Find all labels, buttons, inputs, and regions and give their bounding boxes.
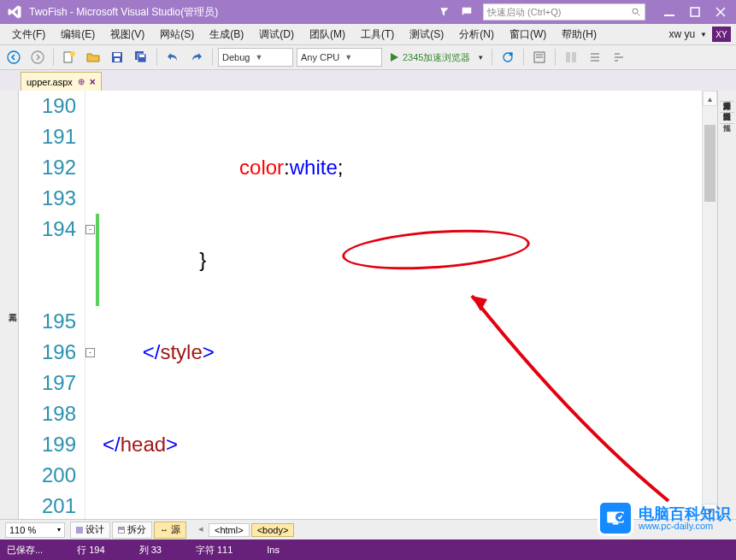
restore-button[interactable] — [683, 3, 707, 21]
menu-team[interactable]: 团队(M) — [303, 26, 352, 44]
window-title: TwoFish - Microsoft Visual Studio(管理员) — [29, 5, 218, 20]
svg-rect-3 — [691, 8, 699, 16]
minimize-button[interactable] — [657, 3, 681, 21]
platform-combo[interactable]: Any CPU▼ — [297, 48, 382, 67]
scroll-thumb[interactable] — [704, 125, 715, 202]
menu-build[interactable]: 生成(B) — [203, 26, 250, 44]
status-col: 列 33 — [139, 544, 162, 557]
menu-debug[interactable]: 调试(D) — [252, 26, 301, 44]
toolbar: Debug▼ Any CPU▼ 2345加速浏览器 ▾ — [0, 44, 736, 70]
tag-breadcrumb: ◂ <html> <body> — [195, 523, 294, 537]
breadcrumb-body[interactable]: <body> — [251, 523, 295, 537]
code-content[interactable]: color:white; } </style> </head> <body st… — [85, 91, 702, 519]
play-icon — [389, 52, 399, 62]
menu-file[interactable]: 文件(F) — [5, 26, 52, 44]
open-button[interactable] — [83, 47, 103, 68]
undo-button[interactable] — [162, 47, 183, 68]
tabstrip: upper.aspx ⊕ × — [0, 70, 736, 91]
scroll-up-button[interactable]: ▴ — [703, 91, 717, 106]
titlebar: TwoFish - Microsoft Visual Studio(管理员) 快… — [0, 0, 736, 24]
view-split-button[interactable]: 拆分 — [112, 522, 152, 539]
svg-line-1 — [638, 14, 640, 16]
menu-website[interactable]: 网站(S) — [153, 26, 201, 44]
svg-point-0 — [633, 9, 638, 14]
vertical-scrollbar[interactable]: ▴ ▾ — [702, 91, 717, 519]
tab-upper-aspx[interactable]: upper.aspx ⊕ × — [21, 72, 102, 91]
editor-bottom-bar: 110 %▾ 设计 拆分 ↔源 ◂ <html> <body> — [0, 519, 736, 539]
svg-rect-11 — [114, 53, 121, 56]
start-debug-button[interactable]: 2345加速浏览器 ▾ — [386, 48, 486, 67]
notifications-icon[interactable] — [433, 1, 456, 23]
menu-edit[interactable]: 编辑(E) — [54, 26, 102, 44]
view-button-1[interactable] — [561, 47, 581, 68]
solution-explorer-tab[interactable]: 解决方案资源管理器 — [720, 91, 734, 102]
nav-fwd-button[interactable] — [27, 47, 48, 68]
statusbar: 已保存... 行 194 列 33 字符 111 Ins — [0, 539, 736, 560]
svg-rect-15 — [139, 55, 144, 57]
doc-outline-button[interactable] — [529, 47, 550, 68]
menu-analyze[interactable]: 分析(N) — [452, 26, 501, 44]
svg-rect-2 — [664, 15, 674, 16]
nav-back-button[interactable] — [3, 47, 24, 68]
scroll-down-button[interactable]: ▾ — [703, 504, 717, 519]
tab-label: upper.aspx — [26, 77, 73, 87]
team-explorer-tab[interactable]: 团队资源管理器 — [720, 102, 734, 113]
menu-help[interactable]: 帮助(H) — [555, 26, 604, 44]
svg-rect-12 — [115, 58, 120, 62]
search-icon — [631, 7, 641, 17]
svg-rect-20 — [572, 52, 576, 62]
properties-tab[interactable]: 属性 — [720, 113, 734, 124]
redo-button[interactable] — [186, 47, 207, 68]
menu-view[interactable]: 视图(V) — [103, 26, 151, 44]
save-all-button[interactable] — [131, 47, 151, 68]
menubar: 文件(F) 编辑(E) 视图(V) 网站(S) 生成(B) 调试(D) 团队(M… — [0, 24, 736, 44]
zoom-combo[interactable]: 110 %▾ — [5, 522, 65, 538]
breadcrumb-html[interactable]: <html> — [209, 523, 250, 537]
config-combo[interactable]: Debug▼ — [218, 48, 293, 67]
svg-rect-19 — [566, 52, 570, 62]
pin-icon[interactable]: ⊕ — [78, 77, 85, 86]
svg-point-6 — [8, 51, 20, 63]
status-saved: 已保存... — [7, 544, 43, 557]
new-item-button[interactable] — [59, 47, 79, 68]
menu-tools[interactable]: 工具(T) — [354, 26, 401, 44]
view-button-3[interactable] — [609, 47, 629, 68]
line-gutter: 190 191 192 193 194 195 196 197 198 199 … — [19, 91, 85, 519]
status-char: 字符 111 — [196, 544, 233, 557]
close-button[interactable] — [709, 3, 733, 21]
menu-window[interactable]: 窗口(W) — [503, 26, 553, 44]
quick-launch-input[interactable]: 快速启动 (Ctrl+Q) — [483, 3, 645, 21]
code-editor[interactable]: 190 191 192 193 194 195 196 197 198 199 … — [19, 91, 717, 519]
vs-logo-icon — [7, 4, 22, 20]
user-badge[interactable]: XY — [712, 27, 731, 42]
view-source-button[interactable]: ↔源 — [154, 522, 186, 539]
user-name[interactable]: xw yu — [668, 28, 695, 40]
feedback-icon[interactable] — [456, 1, 478, 23]
right-toolwindow-tabs: 解决方案资源管理器 团队资源管理器 属性 — [717, 91, 736, 519]
status-ins: Ins — [267, 545, 280, 555]
view-design-button[interactable]: 设计 — [70, 522, 110, 539]
toolbox-panel-tab[interactable]: 工具箱 — [0, 91, 19, 519]
close-tab-icon[interactable]: × — [90, 76, 96, 88]
svg-point-7 — [32, 51, 44, 63]
browser-link-button[interactable] — [498, 47, 518, 68]
menu-test[interactable]: 测试(S) — [403, 26, 450, 44]
status-line: 行 194 — [77, 544, 104, 557]
view-button-2[interactable] — [585, 47, 605, 68]
save-button[interactable] — [107, 47, 127, 68]
svg-point-9 — [70, 51, 75, 56]
